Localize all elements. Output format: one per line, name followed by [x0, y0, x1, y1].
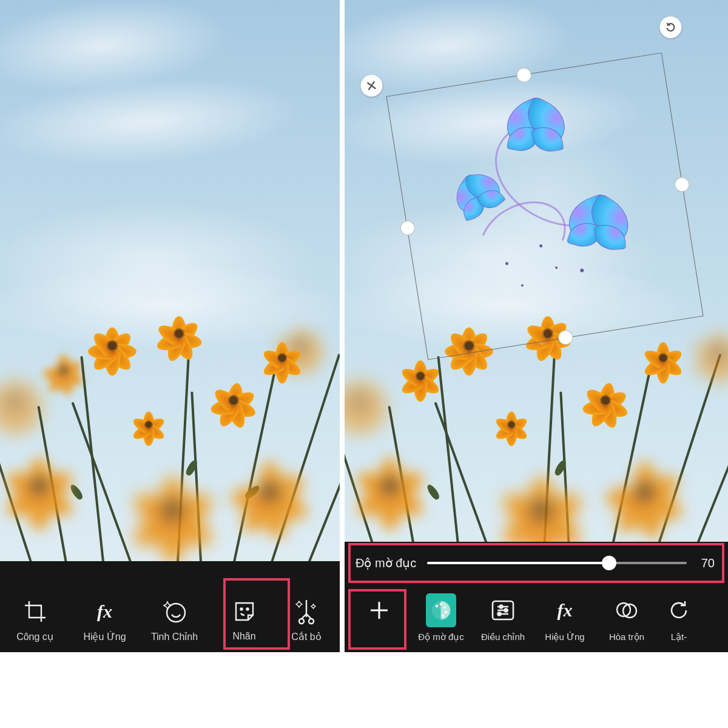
tool-label: Hòa trộn — [596, 632, 658, 642]
tool-label: Tinh Chỉnh — [140, 631, 209, 642]
sticker-selection-box[interactable] — [386, 53, 703, 360]
svg-point-4 — [309, 619, 314, 624]
tool-label: Công cụ — [0, 631, 70, 642]
toolbar-items: Công cụ fx Hiệu Ứng Tinh Chỉnh Nhãn — [0, 590, 340, 652]
svg-point-2 — [246, 608, 248, 610]
tool-adjust[interactable]: Điều chỉnh — [472, 587, 534, 652]
tool-enhance[interactable]: Tinh Chỉnh — [140, 590, 209, 652]
svg-point-1 — [240, 608, 242, 610]
resize-handle-right[interactable] — [673, 176, 690, 192]
fx-icon: fx — [550, 595, 580, 625]
fx-icon: fx — [92, 598, 118, 625]
screenshot-left: Công cụ fx Hiệu Ứng Tinh Chỉnh Nhãn — [0, 0, 340, 652]
svg-point-14 — [498, 613, 501, 616]
bottom-toolbar: Độ mờ đục 70 Độ mờ đục — [345, 542, 728, 652]
sticker-icon — [231, 598, 258, 625]
tool-label: Điều chỉnh — [472, 632, 534, 642]
tool-label: Hiệu Ứng — [70, 631, 140, 642]
opacity-slider-row: Độ mờ đục 70 — [345, 542, 728, 584]
tool-label: Hiệu Ứng — [534, 632, 596, 642]
flower-field — [345, 318, 728, 573]
flower-field — [0, 318, 340, 573]
svg-point-7 — [440, 603, 442, 605]
svg-point-9 — [445, 611, 447, 613]
slider-thumb[interactable] — [602, 556, 616, 570]
tool-label: Độ mờ đục — [410, 632, 472, 642]
tool-blend[interactable]: Hòa trộn — [596, 587, 658, 652]
tool-flip[interactable]: Lật- — [658, 587, 700, 652]
crop-icon — [22, 598, 49, 625]
tool-label: Lật- — [658, 632, 700, 642]
rotate-icon — [664, 20, 678, 34]
magic-cut-icon — [293, 598, 320, 625]
add-icon — [364, 595, 394, 625]
slider-label: Độ mờ đục — [356, 556, 416, 570]
tool-add[interactable] — [348, 587, 410, 652]
opacity-slider[interactable] — [427, 562, 687, 564]
svg-point-8 — [443, 606, 446, 608]
adjust-list-icon — [488, 595, 518, 625]
close-icon — [365, 79, 378, 92]
svg-point-12 — [500, 605, 503, 608]
sticker-glow — [414, 81, 675, 332]
tool-label: Nhãn — [209, 631, 279, 642]
tool-effects[interactable]: fx Hiệu Ứng — [534, 587, 596, 652]
tool-effects[interactable]: fx Hiệu Ứng — [70, 590, 140, 652]
tool-cutout[interactable]: Cắt bỏ — [279, 590, 334, 652]
tool-sticker[interactable]: Nhãn — [209, 590, 279, 652]
svg-point-6 — [436, 605, 438, 607]
bottom-toolbar: Công cụ fx Hiệu Ứng Tinh Chỉnh Nhãn — [0, 561, 340, 652]
svg-point-10 — [442, 615, 444, 617]
slider-value: 70 — [698, 556, 715, 570]
tool-opacity[interactable]: Độ mờ đục — [410, 587, 472, 652]
slider-fill — [427, 562, 608, 564]
tool-crop[interactable]: Công cụ — [0, 590, 70, 652]
opacity-icon — [426, 595, 456, 625]
svg-point-3 — [299, 619, 304, 624]
screenshot-right: Độ mờ đục 70 Độ mờ đục — [345, 0, 728, 652]
tool-label: Cắt bỏ — [279, 631, 334, 642]
blend-icon — [612, 595, 642, 625]
toolbar-items: Độ mờ đục Điều chỉnh fx Hiệu Ứng Hòa trộ… — [345, 584, 728, 652]
rotate-sticker-button[interactable] — [658, 15, 683, 39]
svg-point-13 — [505, 609, 508, 612]
face-enhance-icon — [161, 598, 188, 625]
undo-rotate-icon — [664, 595, 694, 625]
